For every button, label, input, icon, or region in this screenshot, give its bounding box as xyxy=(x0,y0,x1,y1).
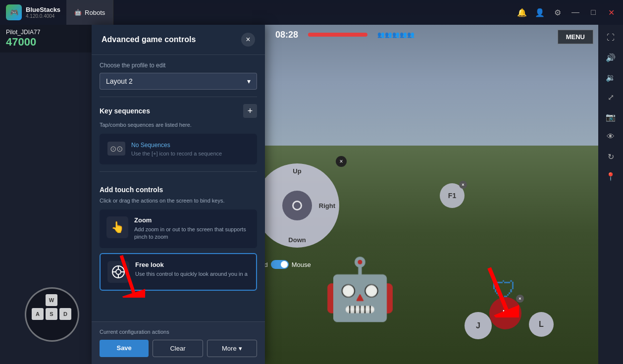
freelook-icon xyxy=(107,261,129,283)
config-buttons-row: Save Clear More ▾ xyxy=(100,340,257,357)
more-arrow-icon: ▾ xyxy=(239,345,242,352)
profile-dropdown[interactable]: Layout 2 ▾ xyxy=(100,73,257,90)
dpad-outer: Up Down Right xyxy=(255,163,339,248)
svg-point-3 xyxy=(116,269,121,274)
zoom-title: Zoom xyxy=(134,216,250,224)
f1-close-button[interactable]: × xyxy=(459,181,467,189)
zoom-control-card[interactable]: 👆 Zoom Add zoom in or out to the screen … xyxy=(100,209,257,248)
more-button[interactable]: More ▾ xyxy=(207,340,257,357)
input-toggle-switch[interactable] xyxy=(271,260,289,269)
action-l-button[interactable]: L xyxy=(529,312,554,337)
player-info: Pilot_JDIA77 47000 xyxy=(0,25,92,52)
freelook-control-card[interactable]: Free look Use this control to quickly lo… xyxy=(100,253,257,291)
joystick-outer: WASD xyxy=(25,287,79,342)
add-touch-title: Add touch controls xyxy=(100,186,163,194)
key-sequences-section: Key sequences + Tap/combo sequences are … xyxy=(100,97,257,164)
dpad-close-button[interactable]: × xyxy=(336,156,347,167)
no-sequences-box: ⊙⊙ No Sequences Use the [+] icon to reco… xyxy=(100,134,257,164)
add-touch-desc: Click or drag the actions on the screen … xyxy=(100,198,257,204)
profile-section: Choose the profile to edit Layout 2 ▾ xyxy=(100,55,257,97)
no-sequences-desc: Use the [+] icon to record a sequence xyxy=(131,151,249,156)
svg-line-1 xyxy=(489,268,507,310)
add-touch-header: Add touch controls xyxy=(100,179,257,198)
more-label: More xyxy=(222,345,237,352)
dpad-control[interactable]: × Up Down Right xyxy=(255,163,339,248)
sidebar-location-icon[interactable]: 📍 xyxy=(602,167,620,185)
account-icon[interactable]: 👤 xyxy=(532,4,548,20)
minimize-button[interactable]: — xyxy=(568,4,583,20)
save-button[interactable]: Save xyxy=(100,340,149,357)
dpad-up-label: Up xyxy=(293,167,301,175)
arrow-svg xyxy=(479,263,519,317)
advanced-controls-panel: Advanced game controls × Choose the prof… xyxy=(92,25,265,364)
app-name: BlueStacks xyxy=(26,6,60,13)
key-sequences-header: Key sequences + xyxy=(100,97,257,122)
dropdown-arrow-icon: ▾ xyxy=(247,77,251,85)
add-sequence-button[interactable]: + xyxy=(243,104,257,118)
sequence-icon: ⊙⊙ xyxy=(107,142,125,156)
freelook-desc: Use this control to quickly look around … xyxy=(135,270,249,278)
maximize-button[interactable]: □ xyxy=(585,4,601,20)
key-sequences-desc: Tap/combo sequences are listed here. xyxy=(100,122,257,128)
f1-label: F1 xyxy=(448,192,456,200)
sidebar-volume-down-icon[interactable]: 🔉 xyxy=(602,68,620,86)
tab-title: Robots xyxy=(85,9,105,16)
sidebar-eye-icon[interactable]: 👁 xyxy=(602,128,620,146)
freelook-info: Free look Use this control to quickly lo… xyxy=(135,261,249,278)
player-score: 47000 xyxy=(6,36,86,49)
dpad-center xyxy=(282,191,312,220)
player-name: Pilot_JDIA77 xyxy=(6,29,86,36)
key-sequences-title: Key sequences xyxy=(100,107,150,115)
add-touch-section: Add touch controls Click or drag the act… xyxy=(100,171,257,300)
tab-area: 🤖 Robots xyxy=(66,0,514,25)
mouse-label: Mouse xyxy=(292,261,311,268)
settings-icon[interactable]: ⚙ xyxy=(550,4,566,20)
zoom-desc: Add zoom in or out to the screen that su… xyxy=(134,226,250,241)
sidebar-rotate-icon[interactable]: ↻ xyxy=(602,148,620,165)
bluestacks-logo-icon: 🎮 xyxy=(6,4,22,20)
f1-button[interactable]: F1 × xyxy=(440,183,465,208)
panel-header: Advanced game controls × xyxy=(92,25,265,55)
panel-body: Choose the profile to edit Layout 2 ▾ Ke… xyxy=(92,55,265,321)
health-bar xyxy=(308,33,367,37)
config-actions: Current configuration actions Save Clear… xyxy=(92,321,265,364)
team-icons: 👥👥👥👥👥 xyxy=(377,31,415,38)
dpad-right-label: Right xyxy=(319,202,335,209)
freelook-title: Free look xyxy=(135,261,249,268)
profile-label: Choose the profile to edit xyxy=(100,62,257,69)
panel-close-button[interactable]: × xyxy=(241,33,255,47)
tab-icon: 🤖 xyxy=(74,9,82,16)
zoom-info: Zoom Add zoom in or out to the screen th… xyxy=(134,216,250,241)
config-actions-title: Current configuration actions xyxy=(100,329,257,335)
notification-icon[interactable]: 🔔 xyxy=(514,4,530,20)
menu-button[interactable]: MENU xyxy=(558,30,593,44)
window-controls: 🔔 👤 ⚙ — □ ✕ xyxy=(514,4,623,20)
robot-model: 🤖 xyxy=(323,255,397,324)
sidebar-fullscreen-icon[interactable]: ⤢ xyxy=(602,88,620,106)
clear-button[interactable]: Clear xyxy=(153,340,203,357)
active-tab[interactable]: 🤖 Robots xyxy=(66,0,113,25)
sidebar-volume-up-icon[interactable]: 🔊 xyxy=(602,49,620,66)
bluestacks-logo: 🎮 BlueStacks 4.120.0.4004 xyxy=(0,4,66,20)
sidebar-camera-icon[interactable]: 📷 xyxy=(602,108,620,126)
dpad-down-label: Down xyxy=(288,236,306,244)
game-timer: 08:28 xyxy=(275,30,298,40)
wasd-grid: WASD xyxy=(32,294,72,335)
app-version: 4.120.0.4004 xyxy=(26,13,60,19)
zoom-icon: 👆 xyxy=(106,216,128,238)
wasd-joystick: WASD xyxy=(25,287,79,342)
freelook-svg-icon xyxy=(111,265,125,279)
panel-title: Advanced game controls xyxy=(102,35,196,44)
close-button[interactable]: ✕ xyxy=(603,4,619,20)
sidebar-expand-icon[interactable]: ⛶ xyxy=(602,29,620,47)
top-bar: 🎮 BlueStacks 4.120.0.4004 🤖 Robots 🔔 👤 ⚙… xyxy=(0,0,623,25)
toggle-thumb xyxy=(281,261,288,268)
no-sequences-title: No Sequences xyxy=(131,142,249,149)
dpad-dot xyxy=(292,201,302,210)
sequence-text: No Sequences Use the [+] icon to record … xyxy=(131,142,249,156)
red-arrow-indicator xyxy=(479,263,519,319)
right-sidebar: ⛶ 🔊 🔉 ⤢ 📷 👁 ↻ 📍 xyxy=(598,25,623,364)
profile-value: Layout 2 xyxy=(106,77,133,85)
